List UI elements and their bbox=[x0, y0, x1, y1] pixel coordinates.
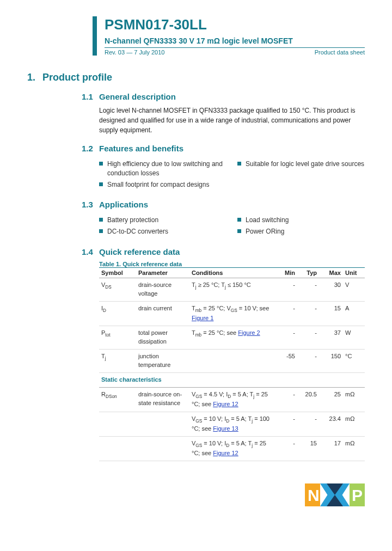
list-item: High efficiency due to low switching and… bbox=[99, 160, 226, 178]
subsection-heading: 1.4Quick reference data bbox=[82, 247, 365, 256]
section-heading: 1.Product profile bbox=[27, 72, 365, 83]
list-item-label: Power ORing bbox=[246, 227, 284, 236]
nxp-logo: N P bbox=[305, 483, 365, 506]
table-row: VGS = 10 V; ID = 5 A; Tj = 25 °C; see Fi… bbox=[99, 436, 365, 461]
section-1-2: 1.2Features and benefits High efficiency… bbox=[82, 144, 365, 191]
list-item: DC-to-DC converters bbox=[99, 227, 226, 236]
list-item-label: Load switching bbox=[246, 216, 289, 225]
revision-text: Rev. 03 — 7 July 2010 bbox=[105, 49, 164, 56]
bullet-icon bbox=[99, 162, 103, 166]
table-row: Tjjunction temperature-55-150°C bbox=[99, 349, 365, 372]
bullet-icon bbox=[99, 229, 103, 233]
features-list: High efficiency due to low switching and… bbox=[99, 157, 365, 191]
svg-text:P: P bbox=[352, 486, 363, 504]
list-item-label: Suitable for logic level gate drive sour… bbox=[246, 160, 364, 169]
table-header-row: Symbol Parameter Conditions Min Typ Max … bbox=[99, 267, 365, 278]
list-item-label: Battery protection bbox=[107, 216, 158, 225]
table-body: VDSdrain-source voltageTj ≥ 25 °C; Tj ≤ … bbox=[99, 278, 365, 461]
quick-ref-table: Symbol Parameter Conditions Min Typ Max … bbox=[99, 267, 365, 461]
part-number: PSMN017-30LL bbox=[105, 16, 365, 33]
table-row: RDSondrain-source on-state resistanceVGS… bbox=[99, 387, 365, 412]
table-caption: Table 1. Quick reference data bbox=[99, 261, 365, 267]
subsection-heading: 1.3Applications bbox=[82, 200, 365, 209]
table-row: IDdrain currentTmb = 25 °C; VGS = 10 V; … bbox=[99, 301, 365, 326]
bullet-icon bbox=[237, 229, 241, 233]
bullet-icon bbox=[237, 218, 241, 222]
list-item: Load switching bbox=[237, 216, 365, 225]
bullet-icon bbox=[99, 182, 103, 186]
table-row: Ptottotal power dissipationTmb = 25 °C; … bbox=[99, 326, 365, 349]
bullet-icon bbox=[237, 162, 241, 166]
applications-list: Battery protectionDC-to-DC converters Lo… bbox=[99, 213, 365, 238]
revision-line: Rev. 03 — 7 July 2010 Product data sheet bbox=[105, 47, 365, 56]
document-subtitle: N-channel QFN3333 30 V 17 mΩ logic level… bbox=[105, 36, 365, 45]
section-1-3: 1.3Applications Battery protectionDC-to-… bbox=[82, 200, 365, 238]
general-description-text: Logic level N-channel MOSFET in QFN3333 … bbox=[99, 106, 365, 135]
list-item-label: DC-to-DC converters bbox=[107, 227, 168, 236]
table-row: VDSdrain-source voltageTj ≥ 25 °C; Tj ≤ … bbox=[99, 278, 365, 301]
list-item: Small footprint for compact designs bbox=[99, 180, 226, 189]
bullet-icon bbox=[99, 218, 103, 222]
list-item-label: High efficiency due to low switching and… bbox=[107, 160, 226, 178]
page: PSMN017-30LL N-channel QFN3333 30 V 17 m… bbox=[0, 0, 392, 523]
section-1-4: 1.4Quick reference data Table 1. Quick r… bbox=[82, 247, 365, 461]
table-row: VGS = 10 V; ID = 5 A; Tj = 100 °C; see F… bbox=[99, 412, 365, 436]
list-item-label: Small footprint for compact designs bbox=[107, 180, 209, 189]
list-item: Battery protection bbox=[99, 216, 226, 225]
svg-text:N: N bbox=[308, 486, 320, 504]
table-subheading: Static characteristics bbox=[99, 372, 365, 387]
list-item: Power ORing bbox=[237, 227, 365, 236]
subsection-heading: 1.2Features and benefits bbox=[82, 144, 365, 153]
section-1-1: 1.1General description Logic level N-cha… bbox=[82, 92, 365, 135]
document-header: PSMN017-30LL N-channel QFN3333 30 V 17 m… bbox=[93, 16, 365, 56]
subsection-heading: 1.1General description bbox=[82, 92, 365, 101]
list-item: Suitable for logic level gate drive sour… bbox=[237, 160, 365, 169]
doc-type-text: Product data sheet bbox=[315, 49, 365, 56]
